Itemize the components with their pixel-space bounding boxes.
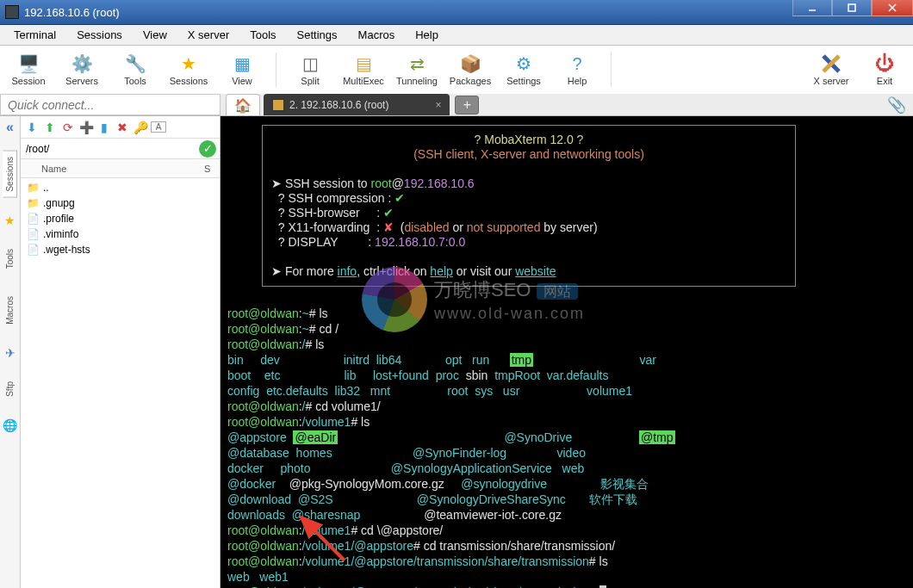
sftp-path-input[interactable] <box>21 143 199 155</box>
servers-icon: ⚙️ <box>71 53 92 74</box>
paperclip-icon[interactable]: 📎 <box>887 96 906 115</box>
settings-icon: ⚙ <box>513 53 534 74</box>
sftp-key-icon[interactable]: 🔑 <box>133 121 148 134</box>
tool-view[interactable]: ▦View <box>219 53 265 86</box>
side-tab-strip: « Sessions ★ Tools Macros ✈ Sftp 🌐 <box>0 116 21 588</box>
menu-tools[interactable]: Tools <box>239 27 286 43</box>
sftp-toolbar: ⬇ ⬆ ⟳ ➕ ▮ ✖ 🔑 A <box>21 116 220 139</box>
col-name[interactable]: Name <box>41 164 204 174</box>
sidetab-sftp[interactable]: Sftp <box>3 375 17 403</box>
sftp-ok-icon: ✓ <box>199 140 216 158</box>
tool-label: MultiExec <box>343 76 384 86</box>
view-icon: ▦ <box>232 53 252 74</box>
tool-settings[interactable]: ⚙Settings <box>500 53 547 86</box>
x-server-icon <box>821 53 842 74</box>
sftp-file-list: 📁..📁.gnupg📄.profile📄.viminfo📄.wget-hsts <box>21 178 220 259</box>
tool-label: View <box>232 76 252 86</box>
main-toolbar: 🖥️Session⚙️Servers🔧Tools★Sessions▦View◫S… <box>0 46 913 94</box>
help-icon: ? <box>567 53 587 74</box>
tool-label: Session <box>11 76 45 86</box>
tool-packages[interactable]: 📦Packages <box>447 53 494 86</box>
sidetab-macros[interactable]: Macros <box>3 290 17 331</box>
sftp-item-name: .gnupg <box>43 197 75 209</box>
tool-label: Split <box>301 76 319 86</box>
tool-sessions[interactable]: ★Sessions <box>165 53 212 86</box>
collapse-sidebar-button[interactable]: « <box>6 120 14 135</box>
globe-icon: 🌐 <box>3 418 17 432</box>
close-button[interactable] <box>872 0 913 16</box>
tool-tools[interactable]: 🔧Tools <box>112 53 158 86</box>
tool-multiexec[interactable]: ▤MultiExec <box>340 53 387 86</box>
sidetab-tools[interactable]: Tools <box>3 243 17 275</box>
menu-terminal[interactable]: Terminal <box>3 27 66 43</box>
menubar: Terminal Sessions View X server Tools Se… <box>0 25 913 46</box>
split-icon: ◫ <box>300 53 320 74</box>
menu-help[interactable]: Help <box>405 27 449 43</box>
send-icon: ✈ <box>5 346 16 360</box>
tool-label: Exit <box>877 76 892 86</box>
star-icon: ★ <box>4 214 16 227</box>
tab-close-button[interactable]: × <box>435 99 441 111</box>
minimize-button[interactable] <box>792 0 832 16</box>
sftp-refresh-icon[interactable]: ⟳ <box>60 121 76 134</box>
tab-label: 2. 192.168.10.6 (root) <box>289 99 388 111</box>
sftp-path-bar: ✓ <box>21 139 220 159</box>
maximize-button[interactable] <box>832 0 872 16</box>
sidetab-sessions[interactable]: Sessions <box>3 151 17 198</box>
sftp-column-header: Name S <box>21 159 220 178</box>
menu-settings[interactable]: Settings <box>287 27 348 43</box>
col-s[interactable]: S <box>204 164 220 174</box>
tool-label: Packages <box>450 76 491 86</box>
tab-bar: 🏠 2. 192.168.10.6 (root) × + 📎 <box>0 94 913 116</box>
quick-connect-input[interactable] <box>0 94 220 115</box>
exit-icon: ⏻ <box>874 53 895 74</box>
packages-icon: 📦 <box>460 53 481 74</box>
sftp-delete-icon[interactable]: ✖ <box>115 121 130 134</box>
tool-tunneling[interactable]: ⇄Tunneling <box>394 53 440 86</box>
sftp-item[interactable]: 📁.gnupg <box>21 195 220 211</box>
menu-view[interactable]: View <box>133 27 177 43</box>
tool-label: X server <box>814 76 849 86</box>
sftp-item-name: .. <box>43 182 49 194</box>
tool-split[interactable]: ◫Split <box>287 53 333 86</box>
sftp-download-icon[interactable]: ⬇ <box>24 121 40 134</box>
sftp-item[interactable]: 📄.wget-hsts <box>21 242 220 257</box>
window-title: 192.168.10.6 (root) <box>24 6 792 19</box>
sftp-newfolder-icon[interactable]: ➕ <box>78 121 94 134</box>
terminal-icon <box>272 99 284 111</box>
tool-label: Tools <box>124 76 146 86</box>
tool-session[interactable]: 🖥️Session <box>5 53 52 86</box>
sftp-item-name: .wget-hsts <box>43 244 90 256</box>
tool-label: Servers <box>65 76 98 86</box>
sftp-upload-icon[interactable]: ⬆ <box>42 121 58 134</box>
menu-sessions[interactable]: Sessions <box>66 27 133 43</box>
tool-label: Settings <box>506 76 541 86</box>
tool-servers[interactable]: ⚙️Servers <box>59 53 105 86</box>
app-icon <box>5 5 19 19</box>
menu-macros[interactable]: Macros <box>348 27 406 43</box>
sftp-item-name: .viminfo <box>43 228 78 240</box>
tool-x-server[interactable]: X server <box>808 53 854 86</box>
tool-label: Help <box>568 76 587 86</box>
work-area: « Sessions ★ Tools Macros ✈ Sftp 🌐 ⬇ ⬆ ⟳… <box>0 116 913 588</box>
sftp-newfile-icon[interactable]: ▮ <box>96 121 112 134</box>
sftp-letter-icon[interactable]: A <box>151 121 166 133</box>
sftp-item[interactable]: 📄.profile <box>21 211 220 226</box>
window-controls <box>792 0 913 24</box>
tool-exit[interactable]: ⏻Exit <box>861 53 908 86</box>
tool-help[interactable]: ?Help <box>554 53 600 86</box>
tools-icon: 🔧 <box>125 53 146 74</box>
home-tab[interactable]: 🏠 <box>226 94 260 115</box>
window-titlebar: 192.168.10.6 (root) <box>0 0 913 25</box>
new-tab-button[interactable]: + <box>455 96 479 115</box>
sftp-panel: ⬇ ⬆ ⟳ ➕ ▮ ✖ 🔑 A ✓ Name S 📁..📁.gnupg📄.pro… <box>21 116 220 588</box>
multiexec-icon: ▤ <box>353 53 374 74</box>
sftp-item[interactable]: 📁.. <box>21 180 220 195</box>
sessions-icon: ★ <box>178 53 199 74</box>
session-icon: 🖥️ <box>18 53 39 74</box>
session-tab[interactable]: 2. 192.168.10.6 (root) × <box>264 94 450 115</box>
sftp-item[interactable]: 📄.viminfo <box>21 226 220 242</box>
svg-rect-1 <box>848 4 855 11</box>
terminal[interactable]: ? MobaXterm 12.0 ?(SSH client, X-server … <box>220 116 913 588</box>
menu-xserver[interactable]: X server <box>177 27 239 43</box>
